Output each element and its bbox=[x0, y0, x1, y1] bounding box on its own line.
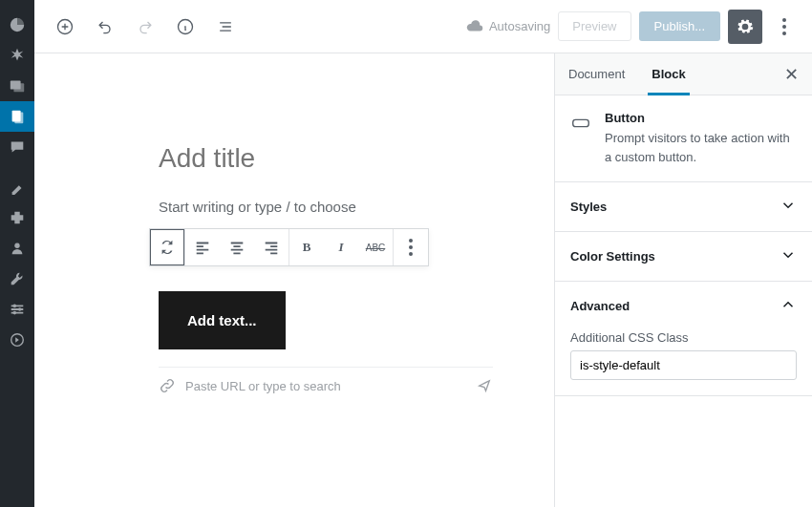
more-menu-button[interactable] bbox=[770, 10, 799, 44]
sidebar-posts[interactable] bbox=[0, 40, 34, 71]
inspector-tabs: Document Block ✕ bbox=[555, 53, 812, 95]
editor: Autosaving Preview Publish... Start writ… bbox=[34, 0, 812, 507]
block-title: Button bbox=[605, 111, 797, 125]
sidebar-plugins[interactable] bbox=[0, 202, 34, 233]
svg-point-4 bbox=[14, 243, 19, 248]
italic-button[interactable]: I bbox=[324, 229, 358, 265]
sidebar-dashboard[interactable] bbox=[0, 10, 34, 40]
autosave-status: Autosaving bbox=[466, 18, 550, 35]
block-description: Prompt visitors to take action with a cu… bbox=[605, 129, 797, 166]
toolbar-more-button[interactable] bbox=[394, 229, 428, 265]
link-icon bbox=[159, 377, 176, 394]
autosave-text: Autosaving bbox=[489, 19, 550, 33]
svg-rect-11 bbox=[573, 119, 589, 126]
sidebar-pages[interactable] bbox=[0, 101, 34, 132]
block-info: Button Prompt visitors to take action wi… bbox=[555, 95, 812, 182]
add-block-button[interactable] bbox=[48, 10, 82, 44]
cloud-icon bbox=[466, 18, 483, 35]
panel-styles-toggle[interactable]: Styles bbox=[555, 182, 812, 231]
svg-point-6 bbox=[18, 307, 22, 311]
preview-button[interactable]: Preview bbox=[558, 11, 630, 41]
outline-button[interactable] bbox=[208, 10, 243, 44]
align-right-button[interactable] bbox=[254, 229, 288, 265]
sidebar-media[interactable] bbox=[0, 71, 34, 101]
redo-button[interactable] bbox=[128, 10, 162, 44]
sidebar-collapse[interactable] bbox=[0, 325, 34, 355]
settings-button[interactable] bbox=[728, 10, 762, 44]
panel-color-toggle[interactable]: Color Settings bbox=[555, 232, 812, 281]
editor-topbar: Autosaving Preview Publish... bbox=[34, 0, 812, 53]
tab-block[interactable]: Block bbox=[638, 53, 698, 95]
panel-styles: Styles bbox=[555, 182, 812, 232]
panel-advanced: Advanced Additional CSS Class bbox=[555, 282, 812, 396]
close-inspector-button[interactable]: ✕ bbox=[771, 64, 812, 85]
panel-advanced-toggle[interactable]: Advanced bbox=[555, 282, 812, 330]
svg-point-7 bbox=[13, 311, 17, 315]
post-title-input[interactable] bbox=[159, 139, 554, 178]
tab-document[interactable]: Document bbox=[555, 53, 638, 95]
panel-color-settings: Color Settings bbox=[555, 232, 812, 282]
sidebar-appearance[interactable] bbox=[0, 172, 34, 202]
button-block-icon bbox=[570, 113, 593, 136]
align-left-button[interactable] bbox=[185, 229, 220, 265]
chevron-down-icon bbox=[780, 197, 797, 217]
editor-canvas: Start writing or type / to choose B I AB… bbox=[34, 53, 554, 507]
wp-admin-sidebar bbox=[0, 0, 34, 507]
align-center-button[interactable] bbox=[220, 229, 254, 265]
editor-main: Start writing or type / to choose B I AB… bbox=[34, 53, 812, 507]
button-block[interactable]: Add text... bbox=[159, 291, 286, 349]
sidebar-settings[interactable] bbox=[0, 294, 34, 325]
submit-url-icon[interactable] bbox=[476, 377, 493, 394]
app-root: Autosaving Preview Publish... Start writ… bbox=[0, 0, 812, 507]
sidebar-comments[interactable] bbox=[0, 132, 34, 162]
undo-button[interactable] bbox=[88, 10, 122, 44]
css-class-label: Additional CSS Class bbox=[570, 330, 797, 345]
publish-button[interactable]: Publish... bbox=[639, 11, 720, 41]
css-class-input[interactable] bbox=[570, 350, 797, 380]
url-input-row: Paste URL or type to search bbox=[159, 367, 493, 394]
url-placeholder-text[interactable]: Paste URL or type to search bbox=[185, 379, 341, 393]
inspector-panel: Document Block ✕ Button Prompt visitors … bbox=[554, 53, 812, 507]
info-button[interactable] bbox=[168, 10, 203, 44]
chevron-up-icon bbox=[780, 296, 797, 316]
strikethrough-button[interactable]: ABC bbox=[358, 229, 393, 265]
block-prompt-text: Start writing or type / to choose bbox=[159, 199, 545, 215]
svg-rect-3 bbox=[14, 113, 23, 124]
block-toolbar: B I ABC bbox=[149, 228, 429, 266]
bold-button[interactable]: B bbox=[289, 229, 324, 265]
svg-point-5 bbox=[13, 305, 17, 308]
svg-rect-1 bbox=[13, 83, 24, 92]
sidebar-tools[interactable] bbox=[0, 264, 34, 294]
transform-button[interactable] bbox=[150, 229, 184, 265]
sidebar-users[interactable] bbox=[0, 233, 34, 264]
chevron-down-icon bbox=[780, 246, 797, 266]
